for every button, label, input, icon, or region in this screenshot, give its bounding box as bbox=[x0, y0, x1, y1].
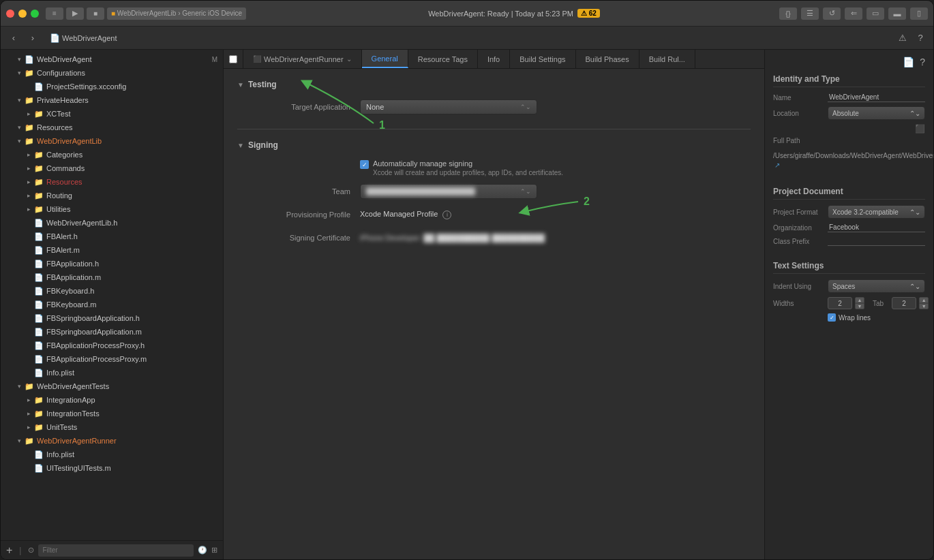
sidebar-item-resources[interactable]: ▾ 📁 Resources bbox=[2, 121, 222, 134]
view-toggle-2[interactable]: ▬ bbox=[888, 7, 906, 20]
indent-stepper-input[interactable] bbox=[892, 297, 916, 309]
wrap-lines-checkbox[interactable]: ✓ Wrap lines bbox=[828, 313, 925, 322]
sidebar-item-unittests[interactable]: ▸ 📁 UnitTests bbox=[2, 420, 222, 434]
sidebar-item-info-plist[interactable]: ▾ 📄 Info.plist bbox=[2, 366, 222, 379]
sidebar-item-utilities[interactable]: ▸ 📁 Utilities bbox=[2, 202, 222, 216]
scheme-picker[interactable]: ■ WebDriverAgentLib › Generic iOS Device bbox=[107, 7, 246, 20]
sidebar-item-integrationapp[interactable]: ▸ 📁 IntegrationApp bbox=[2, 393, 222, 407]
m-badge: M bbox=[212, 56, 222, 63]
sidebar-item-fbalert-m[interactable]: ▾ 📄 FBAlert.m bbox=[2, 243, 222, 257]
toggle-icon: ▾ bbox=[14, 436, 24, 446]
sidebar-item-fbkeyboard-m[interactable]: ▾ 📄 FBKeyboard.m bbox=[2, 298, 222, 311]
location-dropdown[interactable]: Absolute ⌃⌄ bbox=[828, 106, 925, 120]
sidebar-item-fbapplication-h[interactable]: ▾ 📄 FBApplication.h bbox=[2, 257, 222, 270]
run-button[interactable]: ▶ bbox=[66, 7, 84, 20]
warning-badge[interactable]: ⚠ 62 bbox=[577, 9, 600, 18]
tab-general[interactable]: General bbox=[362, 50, 408, 68]
maximize-button[interactable] bbox=[31, 10, 39, 18]
target-check-input[interactable] bbox=[229, 55, 237, 63]
dropdown-arrow-icon: ⌃⌄ bbox=[909, 283, 920, 290]
toolbar: ‹ › 📄 WebDriverAgent ⚠ ? bbox=[1, 27, 933, 50]
close-button[interactable] bbox=[6, 10, 14, 18]
sidebar-item-routing[interactable]: ▸ 📁 Routing bbox=[2, 189, 222, 202]
sidebar-item-fbappprocessproxy-h[interactable]: ▾ 📄 FBApplicationProcessProxy.h bbox=[2, 339, 222, 352]
sidebar-item-privateheaders[interactable]: ▾ 📁 PrivateHeaders bbox=[2, 93, 222, 107]
tab-stepper-down[interactable]: ▼ bbox=[855, 303, 864, 309]
tab-stepper-up[interactable]: ▲ bbox=[855, 297, 864, 303]
signing-cert-label: Signing Certificate bbox=[237, 234, 360, 242]
name-input[interactable] bbox=[828, 93, 925, 102]
text-settings-title: Text Settings bbox=[773, 261, 925, 274]
sidebar-item-label: FBApplication.h bbox=[46, 260, 99, 268]
sidebar-item-webdriveragentlib[interactable]: ▾ 📁 WebDriverAgentLib bbox=[2, 134, 222, 148]
view-toggle-3[interactable]: ▯ bbox=[910, 7, 928, 20]
help-panel-icon[interactable]: ? bbox=[920, 57, 925, 67]
sidebar-item-xctest[interactable]: ▸ 📁 XCTest bbox=[2, 107, 222, 121]
team-dropdown[interactable]: ██████████████████ ⌃⌄ bbox=[360, 184, 537, 199]
sidebar-item-info-plist-runner[interactable]: ▾ 📄 Info.plist bbox=[2, 448, 222, 461]
sidebar-item-integrationtests[interactable]: ▸ 📁 IntegrationTests bbox=[2, 407, 222, 420]
nav-prev-button[interactable]: ‹ bbox=[6, 31, 21, 46]
sidebar-item-fbkeyboard-h[interactable]: ▾ 📄 FBKeyboard.h bbox=[2, 284, 222, 298]
refresh-button[interactable]: ↺ bbox=[823, 7, 841, 20]
sidebar-item-label: Resources bbox=[46, 178, 82, 186]
stop-button[interactable]: ■ bbox=[87, 7, 104, 20]
sidebar-item-categories[interactable]: ▸ 📁 Categories bbox=[2, 148, 222, 161]
target-checkbox[interactable] bbox=[224, 50, 243, 68]
class-prefix-input[interactable] bbox=[828, 236, 925, 246]
filter-input[interactable] bbox=[38, 544, 194, 557]
navigate-back-icon[interactable]: ⇐ bbox=[845, 7, 862, 20]
nav-next-button[interactable]: › bbox=[25, 31, 40, 46]
sidebar-item-fbspringboard-h[interactable]: ▾ 📄 FBSpringboardApplication.h bbox=[2, 311, 222, 325]
target-app-dropdown[interactable]: None ⌃⌄ bbox=[360, 99, 537, 114]
tab-build-phases[interactable]: Build Phases bbox=[576, 50, 639, 68]
panel-layout-button[interactable]: ☰ bbox=[801, 7, 819, 20]
project-format-dropdown[interactable]: Xcode 3.2-compatible ⌃⌄ bbox=[828, 205, 925, 219]
titlebar: ≡ ▶ ■ ■ WebDriverAgentLib › Generic iOS … bbox=[1, 1, 933, 27]
warning-icon[interactable]: ⚠ bbox=[895, 31, 910, 46]
reveal-link-icon[interactable]: ↗ bbox=[774, 161, 780, 169]
sidebar-item-fbalert-h[interactable]: ▾ 📄 FBAlert.h bbox=[2, 230, 222, 243]
sidebar-item-uitesting[interactable]: ▾ 📄 UITestingUITests.m bbox=[2, 461, 222, 475]
new-file-icon[interactable]: 📄 bbox=[903, 57, 914, 67]
indent-stepper-down[interactable]: ▼ bbox=[919, 303, 929, 309]
sidebar-item-webdriveragent[interactable]: ▾ 📄 WebDriverAgent M bbox=[2, 52, 222, 66]
indent-stepper-up[interactable]: ▲ bbox=[919, 297, 929, 303]
sidebar-item-commands[interactable]: ▸ 📁 Commands bbox=[2, 161, 222, 175]
organization-input[interactable] bbox=[828, 223, 925, 232]
view-toggle-1[interactable]: ▭ bbox=[867, 7, 884, 20]
sidebar-item-resources2[interactable]: ▸ 📁 Resources bbox=[2, 175, 222, 189]
tab-stepper-input[interactable] bbox=[828, 297, 852, 309]
tab-build-rules[interactable]: Build Rul... bbox=[639, 50, 695, 68]
sidebar-item-fbspringboard-m[interactable]: ▾ 📄 FBSpringboardApplication.m bbox=[2, 325, 222, 339]
section-toggle[interactable]: ▼ bbox=[237, 142, 244, 149]
tab-webdriveragentrunner[interactable]: ⬛ WebDriverAgentRunner ⌄ bbox=[243, 50, 362, 68]
sidebar-item-projectsettings[interactable]: ▾ 📄 ProjectSettings.xcconfig bbox=[2, 80, 222, 93]
sidebar-item-fbapplication-m[interactable]: ▾ 📄 FBApplication.m bbox=[2, 270, 222, 284]
sidebar-item-wdarunner[interactable]: ▾ 📁 WebDriverAgentRunner bbox=[2, 434, 222, 448]
reveal-finder-icon[interactable]: ⬛ bbox=[915, 124, 925, 134]
tab-resource-tags[interactable]: Resource Tags bbox=[408, 50, 478, 68]
sidebar-toggle-button[interactable]: ≡ bbox=[46, 7, 63, 20]
code-review-button[interactable]: {} bbox=[779, 7, 797, 20]
panel-top-icons: 📄 ? bbox=[773, 57, 925, 67]
section-toggle[interactable]: ▼ bbox=[237, 81, 244, 89]
sidebar-item-configurations[interactable]: ▾ 📁 Configurations bbox=[2, 66, 222, 80]
file-icon: 📄 bbox=[33, 245, 44, 255]
folder-icon: 📁 bbox=[33, 108, 44, 119]
indent-using-dropdown[interactable]: Spaces ⌃⌄ bbox=[828, 279, 925, 293]
full-path-label-text: Full Path bbox=[773, 137, 800, 144]
full-path-text: /Users/giraffe/Downloads/WebDriverAgent/… bbox=[773, 152, 933, 159]
sidebar-item-fbappprocessproxy-m[interactable]: ▾ 📄 FBApplicationProcessProxy.m bbox=[2, 352, 222, 366]
info-icon[interactable]: i bbox=[442, 211, 451, 219]
add-item-button[interactable]: + bbox=[6, 545, 12, 556]
auto-manage-checkbox[interactable]: ✓ bbox=[360, 160, 369, 169]
scheme-label: WebDriverAgentLib bbox=[117, 10, 177, 17]
tab-info[interactable]: Info bbox=[478, 50, 510, 68]
tab-build-settings[interactable]: Build Settings bbox=[510, 50, 575, 68]
help-button[interactable]: ? bbox=[913, 31, 928, 46]
minimize-button[interactable] bbox=[18, 10, 27, 18]
sidebar-item-webdriveragentlib-h[interactable]: ▾ 📄 WebDriverAgentLib.h bbox=[2, 216, 222, 230]
sidebar-item-wdatests[interactable]: ▾ 📁 WebDriverAgentTests bbox=[2, 379, 222, 393]
main-area: ▾ 📄 WebDriverAgent M ▾ 📁 Configurations … bbox=[1, 50, 933, 559]
